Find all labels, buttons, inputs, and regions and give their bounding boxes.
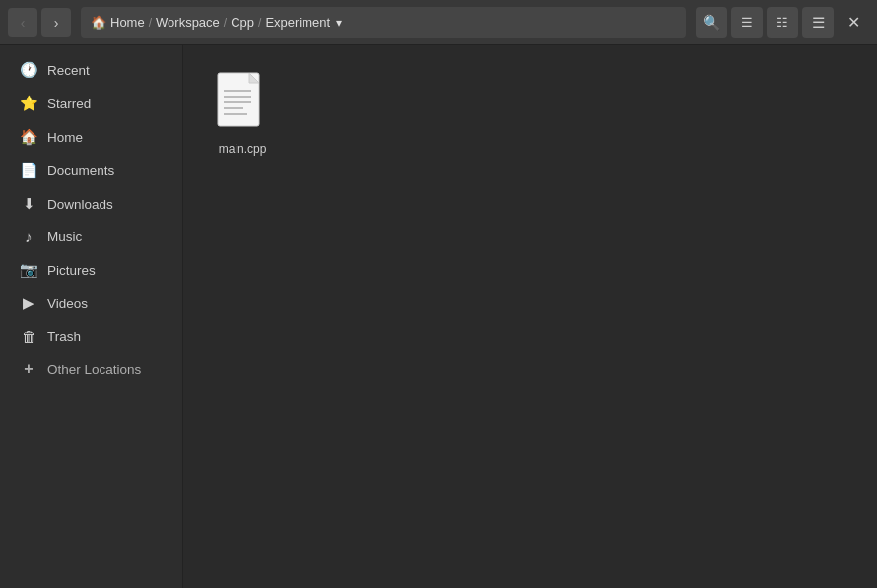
downloads-icon: ⬇ (20, 195, 37, 213)
sidebar-item-starred[interactable]: ⭐ Starred (4, 88, 178, 119)
sidebar-label-videos: Videos (47, 296, 88, 311)
back-button[interactable]: ‹ (8, 8, 37, 37)
breadcrumb-experiment-label: Experiment (265, 15, 330, 30)
sidebar-item-pictures[interactable]: 📷 Pictures (4, 254, 178, 286)
header-bar: ‹ › 🏠 Home / Workspace / Cpp / Experimen… (0, 0, 877, 45)
sidebar-item-music[interactable]: ♪ Music (4, 222, 178, 252)
breadcrumb-workspace-label: Workspace (156, 15, 220, 30)
sidebar-item-other-locations[interactable]: + Other Locations (4, 354, 178, 385)
file-area: main.cpp (183, 45, 877, 588)
breadcrumb-sep-2: / (224, 16, 227, 30)
view-list-icon: ☰ (741, 15, 753, 30)
sidebar-label-recent: Recent (47, 63, 90, 78)
view-grid-icon: ☷ (776, 15, 788, 30)
file-name-main-cpp: main.cpp (219, 142, 267, 156)
pictures-icon: 📷 (20, 261, 37, 279)
documents-icon: 📄 (20, 162, 37, 179)
file-manager-window: ‹ › 🏠 Home / Workspace / Cpp / Experimen… (0, 0, 877, 588)
sidebar-item-recent[interactable]: 🕐 Recent (4, 54, 178, 86)
breadcrumb: 🏠 Home / Workspace / Cpp / Experiment ▾ (81, 7, 686, 38)
close-button[interactable]: ✕ (838, 7, 869, 38)
sidebar-label-home: Home (47, 130, 83, 145)
starred-icon: ⭐ (20, 95, 37, 112)
sidebar-item-downloads[interactable]: ⬇ Downloads (4, 188, 178, 220)
sidebar-label-other-locations: Other Locations (47, 362, 141, 377)
sidebar-label-trash: Trash (47, 329, 81, 344)
sidebar-label-music: Music (47, 229, 82, 244)
main-content: 🕐 Recent ⭐ Starred 🏠 Home 📄 Documents ⬇ … (0, 45, 877, 588)
breadcrumb-cpp-label: Cpp (231, 15, 254, 30)
file-icon-main-cpp (216, 71, 269, 136)
music-icon: ♪ (20, 229, 37, 245)
home-icon: 🏠 (91, 15, 106, 30)
breadcrumb-dropdown-button[interactable]: ▾ (334, 16, 344, 30)
sidebar-label-documents: Documents (47, 163, 114, 178)
other-locations-icon: + (20, 360, 37, 378)
file-item-main-cpp[interactable]: main.cpp (203, 65, 282, 162)
breadcrumb-home[interactable]: 🏠 Home (91, 15, 145, 30)
menu-icon: ☰ (812, 14, 825, 32)
sidebar-label-downloads: Downloads (47, 197, 113, 212)
trash-icon: 🗑 (20, 328, 37, 345)
menu-button[interactable]: ☰ (802, 7, 834, 38)
breadcrumb-sep-3: / (258, 16, 261, 30)
breadcrumb-workspace[interactable]: Workspace (156, 15, 220, 30)
sidebar-label-starred: Starred (47, 97, 91, 111)
home-sidebar-icon: 🏠 (20, 128, 37, 146)
sidebar-label-pictures: Pictures (47, 263, 96, 278)
forward-button[interactable]: › (41, 8, 71, 37)
sidebar: 🕐 Recent ⭐ Starred 🏠 Home 📄 Documents ⬇ … (0, 45, 183, 588)
close-icon: ✕ (847, 13, 860, 32)
recent-icon: 🕐 (20, 61, 37, 79)
search-button[interactable]: 🔍 (696, 7, 727, 38)
breadcrumb-home-label: Home (110, 15, 145, 30)
search-icon: 🔍 (703, 14, 721, 32)
view-grid-button[interactable]: ☷ (767, 7, 798, 38)
videos-icon: ▶ (20, 294, 37, 312)
breadcrumb-experiment[interactable]: Experiment ▾ (265, 15, 344, 30)
sidebar-item-trash[interactable]: 🗑 Trash (4, 321, 178, 352)
header-actions: 🔍 ☰ ☷ ☰ ✕ (696, 7, 869, 38)
sidebar-item-videos[interactable]: ▶ Videos (4, 288, 178, 319)
sidebar-item-home[interactable]: 🏠 Home (4, 121, 178, 153)
sidebar-item-documents[interactable]: 📄 Documents (4, 155, 178, 186)
breadcrumb-sep-1: / (149, 16, 152, 30)
breadcrumb-cpp[interactable]: Cpp (231, 15, 254, 30)
view-toggle-button[interactable]: ☰ (731, 7, 763, 38)
